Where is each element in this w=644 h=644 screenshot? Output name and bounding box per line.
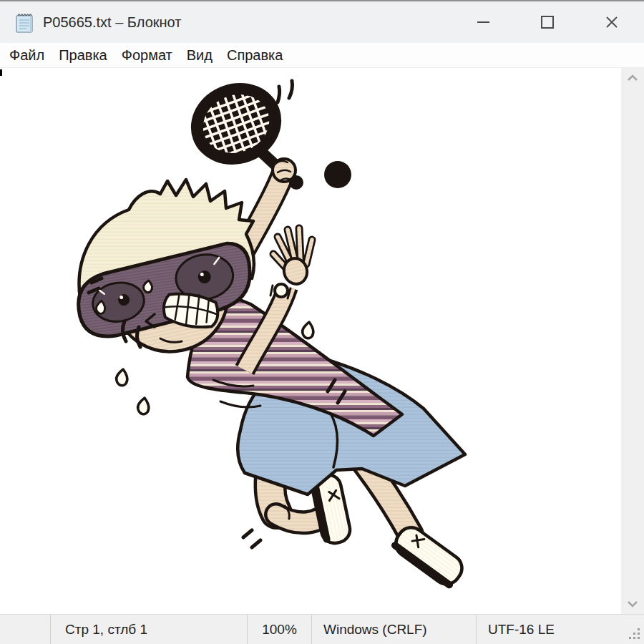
minimize-button[interactable] (451, 1, 515, 43)
resize-grip-icon[interactable] (628, 627, 642, 641)
status-zoom-level: 100% (247, 615, 311, 644)
status-encoding: UTF-16 LE (476, 615, 644, 644)
menu-item-view[interactable]: Вид (180, 44, 220, 67)
close-button[interactable] (580, 1, 644, 43)
open-hand (273, 228, 312, 286)
status-line-endings: Windows (CRLF) (311, 615, 476, 644)
far-shoe (391, 522, 467, 590)
notepad-window: P05665.txt – Блокнот Файл Правка Формат … (0, 0, 644, 644)
menu-item-help[interactable]: Справка (220, 44, 290, 67)
titlebar[interactable]: P05665.txt – Блокнот (0, 0, 644, 43)
statusbar: Стр 1, стлб 1 100% Windows (CRLF) UTF-16… (0, 614, 644, 644)
menu-item-edit[interactable]: Правка (52, 44, 114, 67)
menu-item-file[interactable]: Файл (2, 44, 52, 67)
menu-item-format[interactable]: Формат (114, 44, 180, 67)
notepad-icon-image (14, 11, 35, 34)
tennis-player-illustration (0, 68, 621, 614)
close-icon (605, 16, 618, 29)
chevron-down-icon[interactable] (627, 600, 638, 608)
text-area[interactable] (0, 68, 644, 614)
maximize-icon (541, 16, 554, 29)
minimize-icon (477, 21, 489, 23)
status-cursor-position: Стр 1, стлб 1 (50, 615, 247, 644)
notepad-icon[interactable] (14, 11, 35, 34)
window-title: P05665.txt – Блокнот (43, 14, 181, 31)
status-spacer (0, 615, 50, 644)
vertical-scrollbar[interactable] (621, 68, 644, 614)
menubar: Файл Правка Формат Вид Справка (0, 43, 644, 68)
tennis-ball (324, 161, 351, 188)
maximize-button[interactable] (515, 1, 580, 43)
window-controls (451, 1, 644, 43)
racket-hand (273, 159, 296, 182)
chevron-up-icon[interactable] (627, 74, 638, 82)
